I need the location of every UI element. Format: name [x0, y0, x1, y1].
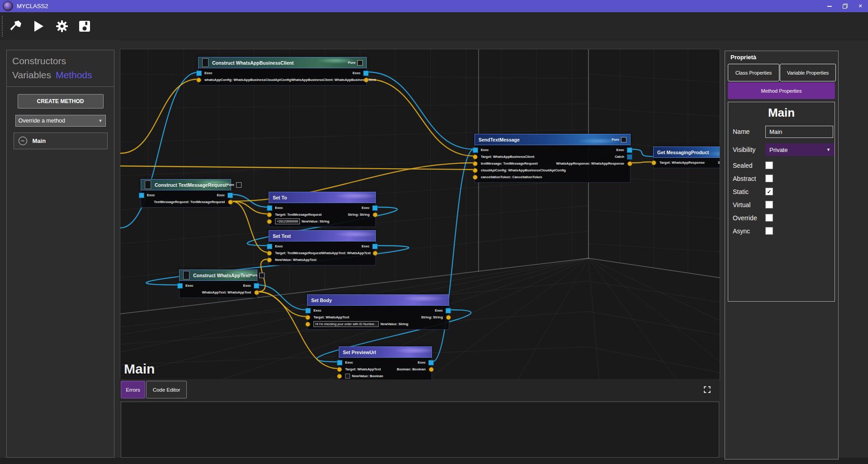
- pure-checkbox[interactable]: [236, 182, 242, 188]
- create-method-button[interactable]: CREATE METHOD: [18, 94, 104, 109]
- pin-data-in[interactable]: [337, 374, 342, 379]
- pin-exec-out[interactable]: [372, 244, 378, 249]
- pin-exec2-out[interactable]: [627, 154, 632, 160]
- pin-data-out[interactable]: [627, 161, 632, 166]
- pin-exec-out[interactable]: [363, 71, 369, 76]
- pin-data-out[interactable]: [373, 251, 378, 256]
- override-method-dropdown[interactable]: Override a method ▼: [15, 115, 106, 127]
- pin-exec-in[interactable]: [267, 244, 272, 249]
- pin-data-in[interactable]: [267, 219, 272, 224]
- node-header[interactable]: Construct TextMessageRequestPure: [141, 179, 231, 190]
- pin-label: WhatsAppResponse: WhatsAppResponse: [556, 161, 624, 166]
- pin-exec-out[interactable]: [254, 283, 259, 289]
- pin-exec-in[interactable]: [337, 360, 342, 365]
- node-body: ExecExecTarget: WhatsAppBusinessClientCa…: [474, 145, 631, 183]
- tab-class-properties[interactable]: Class Properties: [728, 64, 779, 81]
- pin-data-in[interactable]: [305, 315, 310, 320]
- pin-label: Exec: [204, 71, 213, 75]
- pin-exec-in[interactable]: [177, 283, 183, 289]
- sidebar-item-methods[interactable]: Methods: [56, 70, 92, 80]
- minimize-button[interactable]: [822, 0, 837, 12]
- pin-exec-out[interactable]: [446, 308, 451, 313]
- pin-data-in[interactable]: [196, 77, 201, 82]
- flag-checkbox-virtual[interactable]: [765, 201, 773, 208]
- pin-exec-out[interactable]: [228, 193, 233, 198]
- pin-data-in[interactable]: [651, 160, 656, 165]
- tab-variable-properties[interactable]: Variable Properties: [780, 64, 836, 81]
- flag-checkbox-override[interactable]: [765, 214, 773, 222]
- pure-checkbox[interactable]: [259, 273, 265, 278]
- build-button[interactable]: [7, 18, 24, 34]
- node-header[interactable]: Set Text: [269, 230, 376, 241]
- fullscreen-button[interactable]: [701, 384, 713, 395]
- flag-checkbox-async[interactable]: [765, 227, 773, 235]
- pin-exec-out[interactable]: [627, 147, 632, 153]
- pure-checkbox[interactable]: [621, 137, 626, 142]
- node-input[interactable]: +39123999999: [275, 218, 300, 224]
- pin-exec-in[interactable]: [473, 147, 478, 153]
- visibility-select[interactable]: Private ▼: [765, 143, 835, 156]
- pin-data-in[interactable]: [305, 322, 310, 327]
- errors-output-panel[interactable]: [121, 402, 719, 458]
- sidebar-item-constructors[interactable]: Constructors: [12, 56, 66, 66]
- node-set-to[interactable]: Set ToExecExecTarget: TextMessageRequest…: [269, 192, 376, 227]
- pin-data-in[interactable]: [267, 212, 272, 217]
- node-input[interactable]: Hi i'm checking your order with ID Numbe…: [313, 321, 379, 327]
- node-checkbox[interactable]: [345, 374, 350, 379]
- node-graph-canvas[interactable]: Construct WhatsAppBusinessClientPureExec…: [120, 49, 720, 380]
- pin-data-in[interactable]: [473, 175, 478, 180]
- save-button[interactable]: [76, 18, 93, 34]
- pin-data-in[interactable]: [473, 168, 478, 173]
- pin-data-in[interactable]: [473, 154, 478, 159]
- pin-data-out[interactable]: [228, 199, 233, 204]
- node-header[interactable]: Construct WhatsAppBusinessClientPure: [198, 57, 367, 68]
- pin-exec-out[interactable]: [428, 360, 434, 365]
- node-construct-text-message-request[interactable]: Construct TextMessageRequestPureExecExec…: [141, 179, 231, 208]
- method-name-input[interactable]: [765, 126, 833, 138]
- pin-exec-out[interactable]: [372, 205, 378, 211]
- tab-code-editor[interactable]: Code Editor: [146, 381, 187, 398]
- pin-data-out[interactable]: [254, 290, 259, 295]
- method-list-item-main[interactable]: − Main: [14, 133, 108, 149]
- node-title: Construct TextMessageRequest: [155, 182, 227, 188]
- tab-method-properties[interactable]: Method Properties: [728, 82, 835, 99]
- node-header[interactable]: Get MessagingProduct: [653, 147, 720, 158]
- pin-data-out[interactable]: [429, 367, 434, 372]
- flag-checkbox-sealed[interactable]: [765, 161, 773, 169]
- node-header[interactable]: Construct WhatsAppTextPure: [179, 270, 257, 281]
- pin-label: String: String: [421, 315, 443, 319]
- node-header[interactable]: Set To: [269, 192, 376, 203]
- pin-data-out[interactable]: [373, 212, 378, 217]
- node-set-preview-url[interactable]: Set PreviewUrlExecExecTarget: WhatsAppTe…: [339, 346, 432, 380]
- toolbar-grip[interactable]: [2, 16, 3, 37]
- node-header[interactable]: Set Body: [307, 294, 449, 306]
- node-send-text-message[interactable]: SendTextMessagePureExecExecTarget: Whats…: [474, 134, 631, 183]
- node-construct-whatsapp-business-client[interactable]: Construct WhatsAppBusinessClientPureExec…: [198, 57, 367, 85]
- close-button[interactable]: ✕: [853, 0, 868, 12]
- tab-errors[interactable]: Errors: [121, 381, 145, 398]
- node-construct-whatsapp-text[interactable]: Construct WhatsAppTextPureExecExecWhatsA…: [179, 270, 257, 298]
- pin-data-out[interactable]: [364, 77, 369, 82]
- pin-exec-in[interactable]: [139, 193, 144, 198]
- flag-checkbox-static[interactable]: ✓: [765, 188, 773, 195]
- pure-checkbox[interactable]: [357, 60, 363, 66]
- node-header[interactable]: Set PreviewUrl: [339, 346, 432, 358]
- pin-data-in[interactable]: [267, 251, 272, 256]
- pin-data-out[interactable]: [446, 315, 451, 320]
- run-button[interactable]: [30, 18, 47, 34]
- pin-data-in[interactable]: [267, 257, 272, 262]
- pin-data-in[interactable]: [337, 367, 342, 372]
- collapse-minus-icon[interactable]: −: [19, 137, 27, 145]
- sidebar-item-variables[interactable]: Variables: [12, 70, 51, 80]
- pin-exec-in[interactable]: [196, 71, 202, 76]
- node-set-text[interactable]: Set TextExecExecTarget: TextMessageReque…: [269, 230, 376, 265]
- pin-exec-in[interactable]: [267, 205, 272, 211]
- flag-checkbox-abstract[interactable]: [765, 175, 773, 182]
- pin-data-in[interactable]: [473, 161, 478, 166]
- node-header[interactable]: SendTextMessagePure: [474, 134, 631, 145]
- pin-exec-in[interactable]: [305, 308, 311, 313]
- node-get-messaging-product[interactable]: Get MessagingProductTarget: WhatsAppResp…: [653, 147, 720, 168]
- settings-button[interactable]: [53, 18, 71, 34]
- restore-button[interactable]: [837, 0, 853, 12]
- node-set-body[interactable]: Set BodyExecExecTarget: WhatsAppTextStri…: [307, 294, 449, 330]
